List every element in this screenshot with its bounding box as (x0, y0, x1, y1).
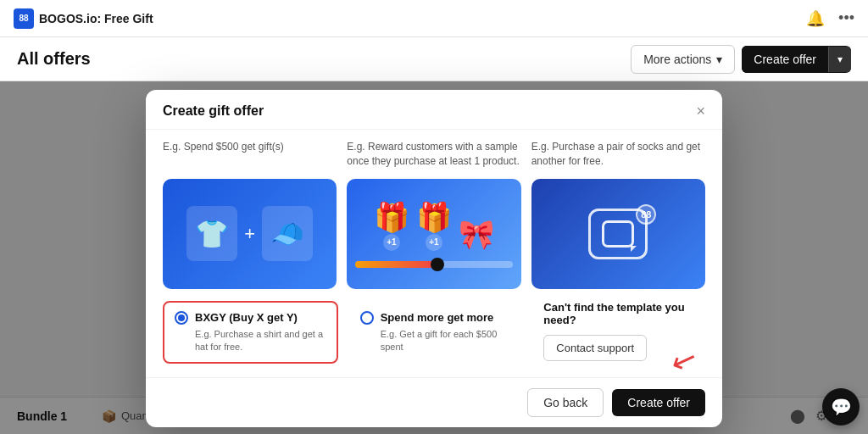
gift-icon-2: 🎁 (416, 200, 452, 234)
gift-1: 🎁 +1 (374, 200, 409, 251)
create-offer-modal-button[interactable]: Create offer (612, 389, 705, 416)
shirt-icon: 👕 (186, 206, 237, 261)
description-row: E.g. Spend $500 get gift(s) E.g. Reward … (163, 140, 705, 169)
card1-content: 👕 + 🧢 (178, 198, 321, 270)
right-panel-text: Can't find the template you need? (543, 301, 695, 326)
radio-bxgy (175, 311, 188, 325)
option-bxgy-title: BXGY (Buy X get Y) (195, 311, 298, 324)
option-spend-more-title: Spend more get more (381, 311, 494, 324)
card3-content: 88 (531, 179, 705, 289)
more-actions-button[interactable]: More actions ▾ (631, 45, 735, 74)
radio-spend-more (360, 311, 374, 325)
logo-badge-icon: 88 (636, 204, 656, 225)
red-arrow-icon: ↙ (666, 340, 703, 382)
plus-badge-2: +1 (426, 234, 442, 251)
more-actions-label: More actions (643, 53, 711, 66)
app-logo: 88 BOGOS.io: Free Gift (14, 8, 153, 29)
notification-icon[interactable]: 🔔 (806, 9, 825, 28)
logo-icon: 88 (14, 8, 34, 29)
modal-title: Create gift offer (163, 103, 264, 119)
create-gift-offer-modal: Create gift offer × E.g. Spend $500 get … (146, 90, 722, 427)
more-menu-icon[interactable]: ••• (838, 9, 854, 27)
card2-content: 🎁 +1 🎁 +1 🎀 (347, 192, 520, 276)
desc-cell-2: E.g. Reward customers with a sample once… (347, 140, 520, 169)
option-spend-more-header: Spend more get more (360, 311, 512, 325)
gift-3: 🎀 (459, 217, 494, 251)
inner-chat-icon (602, 220, 634, 248)
modal-overlay: Create gift offer × E.g. Spend $500 get … (0, 81, 868, 434)
go-back-button[interactable]: Go back (527, 388, 604, 417)
chat-tail-icon (631, 246, 637, 252)
create-offer-chevron[interactable]: ▾ (828, 47, 851, 72)
slider-thumb (431, 258, 444, 271)
chat-bubble-button[interactable]: 💬 (822, 388, 860, 426)
chevron-down-icon: ▾ (716, 53, 722, 66)
create-offer-button[interactable]: Create offer ▾ (742, 46, 851, 73)
close-icon[interactable]: × (696, 103, 705, 119)
create-offer-main[interactable]: Create offer (742, 46, 828, 73)
app-title: BOGOS.io: Free Gift (39, 12, 153, 25)
modal-header: Create gift offer × (146, 90, 722, 130)
desc-cell-1: E.g. Spend $500 get gift(s) (163, 140, 337, 169)
header-actions: More actions ▾ Create offer ▾ (631, 45, 851, 74)
gifts-row: 🎁 +1 🎁 +1 🎀 (374, 200, 494, 251)
top-bar-icons: 🔔 ••• (806, 9, 854, 28)
modal-footer: Go back Create offer (146, 377, 722, 427)
cards-area: E.g. Spend $500 get gift(s) E.g. Reward … (146, 130, 722, 377)
option-spend-more[interactable]: Spend more get more E.g. Get a gift for … (348, 301, 524, 364)
options-row: BXGY (Buy X get Y) E.g. Purchase a shirt… (163, 301, 705, 364)
chat-icon: 💬 (831, 397, 852, 417)
page-title: All offers (17, 49, 631, 69)
image-cards-row: 👕 + 🧢 🎁 +1 (163, 179, 705, 289)
plus-icon: + (244, 223, 255, 245)
page-header: All offers More actions ▾ Create offer ▾ (0, 37, 868, 81)
option-bxgy-desc: E.g. Purchase a shirt and get a hat for … (175, 328, 326, 354)
arrow-annotation: ↙ (671, 342, 697, 378)
option-bxgy[interactable]: BXGY (Buy X get Y) E.g. Purchase a shirt… (163, 301, 338, 364)
slider-fill (355, 261, 434, 268)
option-bxgy-header: BXGY (Buy X get Y) (175, 311, 326, 325)
gift-icon-1: 🎁 (374, 200, 409, 234)
slider-track (355, 261, 512, 268)
gift-2: 🎁 +1 (416, 200, 452, 251)
card-spend-more[interactable]: 🎁 +1 🎁 +1 🎀 (347, 179, 520, 289)
top-bar: 88 BOGOS.io: Free Gift 🔔 ••• (0, 0, 868, 37)
main-area: Create gift offer × E.g. Spend $500 get … (0, 81, 868, 434)
plus-badge-1: +1 (383, 234, 400, 251)
card-bxgy[interactable]: 👕 + 🧢 (163, 179, 337, 289)
card-contact[interactable]: 88 (531, 179, 705, 289)
contact-support-button[interactable]: Contact support (543, 335, 647, 361)
desc-cell-3: E.g. Purchase a pair of socks and get an… (531, 140, 705, 169)
hat-icon: 🧢 (262, 206, 313, 261)
gift-icon-3: 🎀 (459, 217, 494, 251)
option-spend-more-desc: E.g. Get a gift for each $500 spent (360, 328, 512, 354)
